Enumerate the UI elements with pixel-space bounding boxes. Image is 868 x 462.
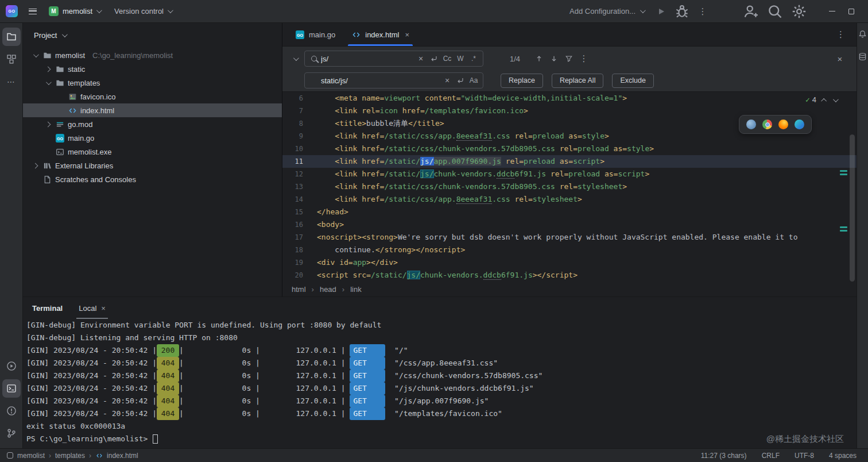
search-input[interactable]	[321, 55, 414, 63]
notifications-bell-icon[interactable]	[858, 30, 867, 38]
git-tool-button[interactable]	[2, 424, 21, 442]
line-number[interactable]: 10	[282, 143, 303, 155]
line-number[interactable]: 8	[282, 117, 303, 130]
search-everywhere-icon[interactable]	[767, 3, 783, 20]
status-crumb[interactable]: templates	[55, 452, 85, 460]
line-number[interactable]: 9	[282, 130, 303, 143]
firefox-browser-icon[interactable]	[778, 120, 788, 129]
words-toggle[interactable]: W	[454, 52, 467, 65]
previous-match-icon[interactable]	[532, 51, 547, 66]
preserve-case-toggle[interactable]: Aa	[467, 74, 480, 87]
project-widget[interactable]: M memolist	[43, 3, 106, 20]
terminal-tool-button[interactable]	[2, 379, 21, 398]
more-tools-icon[interactable]: ⋯	[2, 72, 21, 91]
replace-field[interactable]: × Aa	[304, 72, 483, 88]
tree-item-static[interactable]: static	[23, 62, 282, 76]
breadcrumb-item[interactable]: html	[292, 285, 306, 294]
line-number[interactable]: 17	[282, 231, 303, 244]
code-line-19[interactable]: 19<div id=app></div>	[282, 256, 857, 269]
line-number[interactable]: 13	[282, 180, 303, 193]
structure-tool-button[interactable]	[2, 50, 21, 68]
newline-icon[interactable]	[454, 74, 467, 87]
line-number[interactable]: 12	[282, 168, 303, 180]
tree-item-index-html[interactable]: index.html	[23, 103, 282, 117]
clear-replace-icon[interactable]: ×	[441, 74, 454, 87]
tree-item-memolist-exe[interactable]: memolist.exe	[23, 145, 282, 159]
tree-item-main-go[interactable]: GOmain.go	[23, 131, 282, 145]
chevron-right-icon[interactable]	[31, 164, 39, 168]
tree-item-external-libraries[interactable]: External Libraries	[23, 159, 282, 172]
filter-icon[interactable]	[561, 51, 576, 66]
line-number[interactable]: 18	[282, 244, 303, 256]
close-tab-icon[interactable]: ×	[405, 30, 410, 39]
editor-scrollbar[interactable]	[850, 134, 855, 282]
breadcrumb-item[interactable]: head	[320, 285, 336, 294]
caret-position[interactable]: 11:27 (3 chars)	[701, 452, 747, 460]
terminal-tab-local[interactable]: Local ×	[79, 297, 106, 319]
newline-icon[interactable]	[428, 52, 440, 65]
line-number[interactable]: 11	[282, 155, 303, 168]
tab-index-html[interactable]: index.html ×	[343, 23, 417, 46]
close-terminal-tab-icon[interactable]: ×	[101, 304, 106, 313]
code-line-13[interactable]: 13 <link href=/static/css/chunk-vendors.…	[282, 180, 857, 193]
code-line-18[interactable]: 18 continue.</strong></noscript>	[282, 244, 857, 256]
main-menu-icon[interactable]	[25, 3, 41, 20]
code-line-12[interactable]: 12 <link href=/static/js/chunk-vendors.d…	[282, 168, 857, 180]
encoding-widget[interactable]: UTF-8	[795, 452, 814, 460]
breadcrumb-item[interactable]: link	[350, 285, 362, 294]
clear-search-icon[interactable]: ×	[414, 52, 427, 65]
line-number[interactable]: 15	[282, 206, 303, 218]
inspection-widget[interactable]: ✓4	[805, 94, 837, 106]
match-case-toggle[interactable]: Cc	[441, 52, 454, 65]
line-ending-widget[interactable]: CRLF	[762, 452, 780, 460]
search-options-icon[interactable]: ⋮	[576, 51, 591, 66]
ie-browser-icon[interactable]	[746, 120, 756, 129]
code-editor[interactable]: 6 <meta name=viewport content="width=dev…	[282, 92, 857, 282]
code-line-10[interactable]: 10 <link href=/static/css/chunk-vendors.…	[282, 143, 857, 155]
terminal-prompt[interactable]: PS C:\go_learning\memolist>	[26, 433, 857, 445]
indent-widget[interactable]: 4 spaces	[829, 452, 857, 460]
code-line-14[interactable]: 14 <link href=/static/css/app.8eeeaf31.c…	[282, 193, 857, 206]
chrome-browser-icon[interactable]	[762, 120, 772, 129]
status-crumb[interactable]: index.html	[107, 452, 138, 460]
run-configuration-select[interactable]: Add Configuration...	[565, 3, 649, 20]
more-actions-icon[interactable]: ⋮	[695, 3, 711, 20]
chevron-right-icon[interactable]	[44, 122, 52, 126]
chevron-down-icon[interactable]	[44, 81, 52, 85]
problems-tool-button[interactable]	[2, 402, 21, 420]
terminal-title[interactable]: Terminal	[32, 304, 63, 313]
vcs-widget[interactable]: Version control	[108, 3, 177, 20]
tree-item-memolist[interactable]: memolistC:\go_learning\memolist	[23, 48, 282, 62]
minimize-icon[interactable]	[822, 3, 842, 20]
code-line-20[interactable]: 20<script src=/static/js/chunk-vendors.d…	[282, 269, 857, 282]
exclude-button[interactable]: Exclude	[612, 74, 653, 88]
run-tool-button[interactable]	[2, 357, 21, 375]
status-crumb[interactable]: memolist	[17, 452, 45, 460]
project-panel-header[interactable]: Project	[23, 23, 282, 47]
code-line-15[interactable]: 15</head>	[282, 206, 857, 218]
line-number[interactable]: 19	[282, 256, 303, 269]
regex-toggle[interactable]: .*	[467, 52, 480, 65]
restore-icon[interactable]	[842, 3, 861, 20]
project-tool-button[interactable]	[2, 28, 21, 46]
code-line-16[interactable]: 16<body>	[282, 218, 857, 231]
tree-item-scratches-and-consoles[interactable]: Scratches and Consoles	[23, 172, 282, 186]
close-search-icon[interactable]: ×	[832, 51, 847, 66]
debug-button[interactable]	[674, 3, 690, 20]
replace-input[interactable]	[321, 76, 440, 85]
replace-all-button[interactable]: Replace All	[552, 74, 604, 88]
next-match-icon[interactable]	[547, 51, 561, 66]
code-line-17[interactable]: 17<noscript><strong>We're sorry but dsb …	[282, 231, 857, 244]
tree-item-favicon-ico[interactable]: favicon.ico	[23, 90, 282, 103]
tab-main-go[interactable]: GO main.go	[287, 23, 343, 46]
line-number[interactable]: 16	[282, 218, 303, 231]
database-icon[interactable]	[858, 52, 867, 61]
line-number[interactable]: 7	[282, 105, 303, 117]
code-line-11[interactable]: 11 <link href=/static/js/app.007f9690.js…	[282, 155, 857, 168]
line-number[interactable]: 20	[282, 269, 303, 282]
code-with-me-icon[interactable]	[743, 3, 759, 20]
tree-item-go-mod[interactable]: go.mod	[23, 117, 282, 131]
code-line-6[interactable]: 6 <meta name=viewport content="width=dev…	[282, 92, 857, 105]
chevron-right-icon[interactable]	[44, 67, 52, 71]
terminal-output[interactable]: [GIN-debug] Environment variable PORT is…	[23, 319, 857, 448]
